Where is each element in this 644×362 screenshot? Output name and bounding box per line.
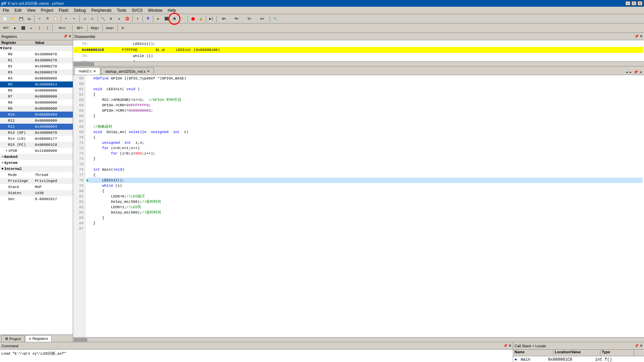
analysis-window-button[interactable]: A▾ — [256, 15, 268, 22]
menu-edit[interactable]: Edit — [12, 7, 24, 13]
code-hscrollbar[interactable] — [73, 337, 644, 342]
breakpoints-button[interactable]: BP▾ — [74, 24, 86, 32]
watch-window-button[interactable]: W▾ — [218, 15, 230, 22]
core-expand-icon[interactable]: ▼ — [0, 46, 2, 50]
disassembly-title: Disassembly — [74, 35, 95, 39]
sep8 — [187, 15, 188, 22]
stop-build-button[interactable]: ⛔ — [123, 15, 131, 22]
code-tabs-scroll-right[interactable]: ▸ — [629, 70, 633, 75]
rst-button[interactable]: RST — [1, 24, 11, 32]
sep9 — [206, 15, 206, 22]
registers-close-icon[interactable]: ✕ — [68, 34, 71, 39]
serial-window-button[interactable]: S▾ — [244, 15, 256, 22]
build-target-button[interactable]: 🔨 — [99, 15, 107, 22]
rebuild-button[interactable]: ↺ — [115, 15, 123, 22]
breakpoint-button[interactable]: ⬤ — [189, 15, 197, 22]
code-line-65: GPIOA->CRH|= 0X00000003 ; — [87, 108, 643, 113]
disassembly-close-icon[interactable]: ✕ — [640, 34, 643, 39]
paste-button[interactable]: 📋 — [52, 15, 59, 22]
menu-project[interactable]: Project — [38, 7, 56, 13]
download-button[interactable]: ⬇ — [134, 15, 141, 22]
build-all-button[interactable]: ⚙ — [107, 15, 115, 22]
disassembly-hscroll-thumb[interactable] — [74, 62, 94, 66]
code-line-84: Delay_ms(500); //延时时间 — [87, 210, 643, 215]
minimize-button[interactable]: − — [625, 1, 631, 6]
nav-fwd-button[interactable]: ▷ — [89, 15, 96, 22]
project-tab[interactable]: ⊞ Project — [1, 335, 24, 342]
system-expand-icon[interactable]: + — [1, 161, 4, 165]
analysis2-btn[interactable]: Ana▾ — [104, 24, 116, 32]
code-text-area[interactable]: #define GPIOA ((GPIO_TypeDef *)GPIOA_BAS… — [85, 75, 644, 337]
menu-svcs[interactable]: SVCS — [129, 7, 146, 13]
run-to-cursor-button[interactable]: ▶| — [208, 15, 215, 22]
callstack-pin-icon[interactable]: 📌 — [634, 344, 639, 348]
menu-window[interactable]: Window — [145, 7, 165, 13]
maximize-button[interactable]: □ — [631, 1, 637, 6]
disasm-mnem-2: BL.W — [156, 48, 176, 52]
code-line-60 — [87, 81, 643, 86]
xpsr-expand-icon[interactable]: + — [5, 149, 8, 153]
memory-window-button[interactable]: M▾ — [231, 15, 243, 22]
cut-button[interactable]: ✂ — [36, 15, 43, 22]
tab-startup-close[interactable]: ✕ — [147, 69, 150, 73]
disasm-row-4: 80: { — [74, 59, 643, 61]
copy-button[interactable]: ⎘ — [44, 15, 51, 22]
code-tabs-scroll-left[interactable]: ◂ — [625, 70, 629, 75]
menu-tools[interactable]: Tools — [114, 7, 129, 13]
cs-location-value: 0x080001C8 — [547, 357, 594, 362]
undo-button[interactable]: ↶ — [62, 15, 70, 22]
command-close-icon[interactable]: ✕ — [508, 344, 512, 348]
tools-button[interactable]: 🔧 — [271, 15, 279, 22]
project-tab-icon: ⊞ — [5, 337, 8, 341]
new-file-button[interactable]: 📄 — [1, 15, 9, 22]
menu-help[interactable]: Help — [165, 7, 179, 13]
save-all-button[interactable]: 🗂 — [25, 15, 33, 22]
close-button[interactable]: × — [637, 1, 643, 6]
code-hscroll-thumb[interactable] — [74, 338, 87, 342]
menu-flash[interactable]: Flash — [56, 7, 71, 13]
code-tabs-close[interactable]: ✕ — [639, 70, 643, 75]
menu-peripherals[interactable]: Peripherals — [89, 7, 114, 13]
menu-file[interactable]: File — [0, 7, 12, 13]
step-in2-button[interactable]: ↳ — [28, 24, 35, 32]
reg-r5-name: R5 — [0, 82, 34, 86]
internal-expand-icon[interactable]: ▼ — [1, 167, 4, 171]
step-into-button[interactable]: ⊕ — [171, 15, 178, 22]
save-button[interactable]: 💾 — [17, 15, 25, 22]
disassembly-hscrollbar[interactable] — [73, 61, 644, 66]
stop-button[interactable]: ⬛ — [163, 15, 170, 22]
run2-button[interactable]: ▶ — [11, 24, 19, 32]
step-out2-button[interactable]: ⤴ — [44, 24, 51, 32]
view-options-button[interactable]: ⚙ — [119, 24, 126, 32]
open-button[interactable]: 📂 — [9, 15, 17, 22]
command-pin-icon[interactable]: 📌 — [503, 344, 508, 348]
step-over-button[interactable]: ◦ — [179, 15, 186, 22]
show-next-button[interactable]: Next — [54, 24, 71, 32]
callstack-close-icon[interactable]: ✕ — [640, 344, 643, 348]
code-arrow-active: ▶ — [87, 178, 93, 183]
reg-r4-value: 0x00000000 — [34, 76, 70, 80]
stop2-button[interactable]: ⬛ — [19, 24, 27, 32]
nav-back-button[interactable]: ◁ — [81, 15, 88, 22]
registers-pin-icon[interactable]: 📌 — [63, 34, 68, 39]
enable-bp-button[interactable]: 🔒 — [197, 15, 205, 22]
code-line-78: ▶ LEDInit(); — [87, 178, 643, 183]
registers-btn[interactable]: Reg▾ — [89, 24, 101, 32]
tab-main2c-close[interactable]: ✕ — [93, 69, 96, 73]
reg-r9: R9 0x00000000 — [0, 106, 73, 112]
tab-startup[interactable]: startup_stm32f10x_md.s ✕ — [101, 67, 154, 75]
run-button[interactable]: ▶ — [155, 15, 162, 22]
banked-expand-icon[interactable]: + — [1, 155, 4, 159]
code-tabs-pin[interactable]: 📌 — [633, 70, 639, 75]
reg-r4: R4 0x00000000 — [0, 75, 73, 81]
menu-debug[interactable]: Debug — [71, 7, 89, 13]
menu-view[interactable]: View — [24, 7, 38, 13]
cs-col-type: Type — [600, 350, 634, 356]
registers-tab-icon: ≡ — [29, 337, 31, 341]
tab-main2c[interactable]: main2.c ✕ — [74, 67, 100, 75]
debug-start-button[interactable]: d — [144, 15, 152, 22]
disassembly-pin-icon[interactable]: 📌 — [634, 34, 639, 39]
step-over2-button[interactable]: ⤵ — [36, 24, 43, 32]
redo-button[interactable]: ↷ — [70, 15, 78, 22]
registers-tab[interactable]: ≡ Registers — [25, 335, 52, 342]
